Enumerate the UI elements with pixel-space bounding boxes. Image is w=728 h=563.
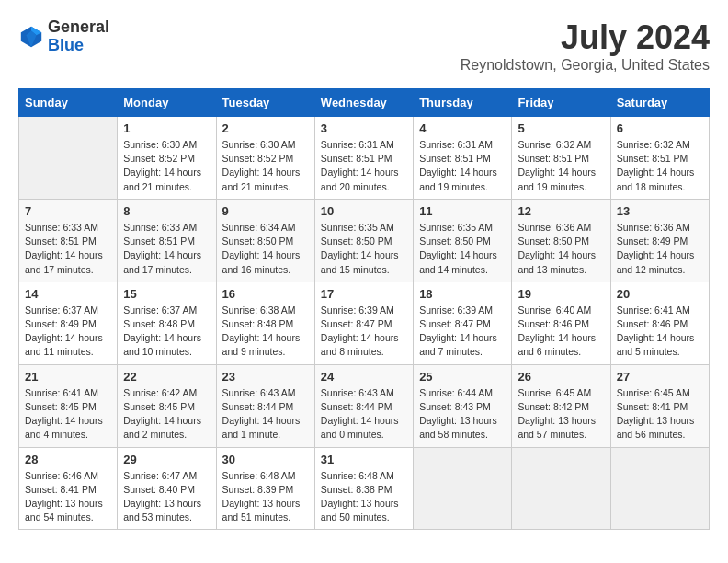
calendar-cell: 22Sunrise: 6:42 AM Sunset: 8:45 PM Dayli…	[118, 364, 216, 447]
day-info: Sunrise: 6:41 AM Sunset: 8:45 PM Dayligh…	[25, 386, 111, 442]
day-number: 31	[321, 453, 407, 466]
day-info: Sunrise: 6:30 AM Sunset: 8:52 PM Dayligh…	[123, 138, 210, 194]
calendar-table: SundayMondayTuesdayWednesdayThursdayFrid…	[18, 88, 710, 530]
logo: General Blue	[18, 18, 109, 55]
calendar-week-row: 21Sunrise: 6:41 AM Sunset: 8:45 PM Dayli…	[19, 364, 710, 447]
column-header-monday: Monday	[118, 89, 216, 117]
calendar-cell: 11Sunrise: 6:35 AM Sunset: 8:50 PM Dayli…	[414, 199, 512, 282]
calendar-header-row: SundayMondayTuesdayWednesdayThursdayFrid…	[19, 89, 710, 117]
day-number: 11	[419, 204, 506, 218]
day-info: Sunrise: 6:47 AM Sunset: 8:40 PM Dayligh…	[123, 469, 210, 525]
day-info: Sunrise: 6:32 AM Sunset: 8:51 PM Dayligh…	[518, 138, 604, 194]
title-section: July 2024 Reynoldstown, Georgia, United …	[461, 18, 710, 74]
day-number: 9	[222, 204, 309, 218]
calendar-week-row: 14Sunrise: 6:37 AM Sunset: 8:49 PM Dayli…	[19, 282, 710, 364]
day-info: Sunrise: 6:42 AM Sunset: 8:45 PM Dayligh…	[123, 386, 210, 442]
calendar-cell: 1Sunrise: 6:30 AM Sunset: 8:52 PM Daylig…	[118, 117, 216, 200]
day-info: Sunrise: 6:30 AM Sunset: 8:52 PM Dayligh…	[222, 138, 309, 194]
day-number: 13	[617, 204, 703, 218]
calendar-cell: 14Sunrise: 6:37 AM Sunset: 8:49 PM Dayli…	[19, 282, 118, 364]
day-number: 2	[222, 121, 309, 135]
day-number: 7	[25, 204, 111, 218]
logo-blue-text: Blue	[48, 36, 84, 54]
page-header: General Blue July 2024 Reynoldstown, Geo…	[18, 18, 710, 74]
day-info: Sunrise: 6:43 AM Sunset: 8:44 PM Dayligh…	[321, 386, 407, 442]
calendar-cell: 15Sunrise: 6:37 AM Sunset: 8:48 PM Dayli…	[118, 282, 216, 364]
calendar-cell: 30Sunrise: 6:48 AM Sunset: 8:39 PM Dayli…	[216, 447, 314, 530]
calendar-cell: 21Sunrise: 6:41 AM Sunset: 8:45 PM Dayli…	[19, 364, 118, 447]
day-info: Sunrise: 6:46 AM Sunset: 8:41 PM Dayligh…	[25, 469, 111, 525]
day-number: 27	[617, 370, 703, 384]
logo-general-text: General	[48, 17, 109, 36]
day-number: 23	[222, 370, 309, 384]
day-number: 19	[518, 287, 604, 301]
day-info: Sunrise: 6:38 AM Sunset: 8:48 PM Dayligh…	[222, 304, 309, 360]
column-header-thursday: Thursday	[414, 89, 512, 117]
column-header-sunday: Sunday	[19, 89, 118, 117]
day-info: Sunrise: 6:36 AM Sunset: 8:50 PM Dayligh…	[518, 221, 604, 277]
day-info: Sunrise: 6:48 AM Sunset: 8:39 PM Dayligh…	[222, 469, 309, 525]
day-number: 5	[518, 121, 604, 135]
calendar-cell	[19, 117, 118, 200]
calendar-cell: 26Sunrise: 6:45 AM Sunset: 8:42 PM Dayli…	[512, 364, 610, 447]
day-number: 25	[419, 370, 506, 384]
column-header-saturday: Saturday	[610, 89, 709, 117]
day-number: 17	[321, 287, 407, 301]
calendar-cell: 10Sunrise: 6:35 AM Sunset: 8:50 PM Dayli…	[314, 199, 413, 282]
day-number: 8	[123, 204, 210, 218]
calendar-cell: 31Sunrise: 6:48 AM Sunset: 8:38 PM Dayli…	[314, 447, 413, 530]
calendar-cell: 19Sunrise: 6:40 AM Sunset: 8:46 PM Dayli…	[512, 282, 610, 364]
day-number: 22	[123, 370, 210, 384]
calendar-cell: 6Sunrise: 6:32 AM Sunset: 8:51 PM Daylig…	[610, 117, 709, 200]
calendar-cell: 8Sunrise: 6:33 AM Sunset: 8:51 PM Daylig…	[118, 199, 216, 282]
calendar-subtitle: Reynoldstown, Georgia, United States	[461, 57, 710, 74]
day-number: 18	[419, 287, 506, 301]
day-number: 6	[617, 121, 703, 135]
day-info: Sunrise: 6:43 AM Sunset: 8:44 PM Dayligh…	[222, 386, 309, 442]
calendar-cell: 5Sunrise: 6:32 AM Sunset: 8:51 PM Daylig…	[512, 117, 610, 200]
day-info: Sunrise: 6:45 AM Sunset: 8:42 PM Dayligh…	[518, 386, 604, 442]
calendar-cell: 29Sunrise: 6:47 AM Sunset: 8:40 PM Dayli…	[118, 447, 216, 530]
column-header-friday: Friday	[512, 89, 610, 117]
day-number: 21	[25, 370, 111, 384]
calendar-cell: 12Sunrise: 6:36 AM Sunset: 8:50 PM Dayli…	[512, 199, 610, 282]
calendar-cell	[512, 447, 610, 530]
calendar-cell: 4Sunrise: 6:31 AM Sunset: 8:51 PM Daylig…	[414, 117, 512, 200]
calendar-week-row: 28Sunrise: 6:46 AM Sunset: 8:41 PM Dayli…	[19, 447, 710, 530]
day-info: Sunrise: 6:36 AM Sunset: 8:49 PM Dayligh…	[617, 221, 703, 277]
day-info: Sunrise: 6:33 AM Sunset: 8:51 PM Dayligh…	[123, 221, 210, 277]
calendar-title: July 2024	[461, 18, 710, 57]
day-info: Sunrise: 6:32 AM Sunset: 8:51 PM Dayligh…	[617, 138, 703, 194]
calendar-cell: 28Sunrise: 6:46 AM Sunset: 8:41 PM Dayli…	[19, 447, 118, 530]
calendar-cell: 25Sunrise: 6:44 AM Sunset: 8:43 PM Dayli…	[414, 364, 512, 447]
day-info: Sunrise: 6:31 AM Sunset: 8:51 PM Dayligh…	[321, 138, 407, 194]
day-number: 10	[321, 204, 407, 218]
calendar-cell: 27Sunrise: 6:45 AM Sunset: 8:41 PM Dayli…	[610, 364, 709, 447]
calendar-cell: 24Sunrise: 6:43 AM Sunset: 8:44 PM Dayli…	[314, 364, 413, 447]
day-info: Sunrise: 6:40 AM Sunset: 8:46 PM Dayligh…	[518, 304, 604, 360]
calendar-cell: 3Sunrise: 6:31 AM Sunset: 8:51 PM Daylig…	[314, 117, 413, 200]
calendar-cell: 17Sunrise: 6:39 AM Sunset: 8:47 PM Dayli…	[314, 282, 413, 364]
day-info: Sunrise: 6:31 AM Sunset: 8:51 PM Dayligh…	[419, 138, 506, 194]
calendar-cell: 7Sunrise: 6:33 AM Sunset: 8:51 PM Daylig…	[19, 199, 118, 282]
calendar-week-row: 1Sunrise: 6:30 AM Sunset: 8:52 PM Daylig…	[19, 117, 710, 200]
calendar-cell	[610, 447, 709, 530]
day-info: Sunrise: 6:33 AM Sunset: 8:51 PM Dayligh…	[25, 221, 111, 277]
calendar-cell: 20Sunrise: 6:41 AM Sunset: 8:46 PM Dayli…	[610, 282, 709, 364]
day-info: Sunrise: 6:41 AM Sunset: 8:46 PM Dayligh…	[617, 304, 703, 360]
day-number: 15	[123, 287, 210, 301]
day-number: 28	[25, 453, 111, 466]
calendar-cell	[414, 447, 512, 530]
calendar-cell: 9Sunrise: 6:34 AM Sunset: 8:50 PM Daylig…	[216, 199, 314, 282]
day-info: Sunrise: 6:34 AM Sunset: 8:50 PM Dayligh…	[222, 221, 309, 277]
day-info: Sunrise: 6:37 AM Sunset: 8:49 PM Dayligh…	[25, 304, 111, 360]
calendar-cell: 23Sunrise: 6:43 AM Sunset: 8:44 PM Dayli…	[216, 364, 314, 447]
logo-icon	[18, 24, 44, 50]
day-number: 26	[518, 370, 604, 384]
column-header-tuesday: Tuesday	[216, 89, 314, 117]
calendar-cell: 16Sunrise: 6:38 AM Sunset: 8:48 PM Dayli…	[216, 282, 314, 364]
day-number: 16	[222, 287, 309, 301]
day-info: Sunrise: 6:44 AM Sunset: 8:43 PM Dayligh…	[419, 386, 506, 442]
calendar-week-row: 7Sunrise: 6:33 AM Sunset: 8:51 PM Daylig…	[19, 199, 710, 282]
day-number: 4	[419, 121, 506, 135]
